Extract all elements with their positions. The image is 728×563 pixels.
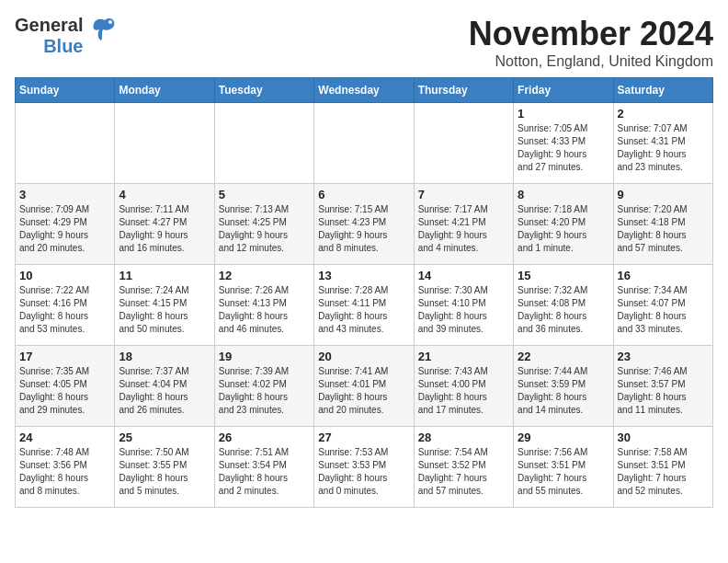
day-number: 17 bbox=[19, 350, 110, 363]
day-info: Sunrise: 7:46 AM Sunset: 3:57 PM Dayligh… bbox=[618, 365, 709, 417]
day-info: Sunrise: 7:44 AM Sunset: 3:59 PM Dayligh… bbox=[518, 365, 609, 417]
day-number: 27 bbox=[318, 431, 409, 444]
week-row-5: 24Sunrise: 7:48 AM Sunset: 3:56 PM Dayli… bbox=[16, 427, 713, 508]
day-cell: 23Sunrise: 7:46 AM Sunset: 3:57 PM Dayli… bbox=[613, 346, 712, 427]
day-info: Sunrise: 7:43 AM Sunset: 4:00 PM Dayligh… bbox=[418, 365, 509, 417]
day-cell: 7Sunrise: 7:17 AM Sunset: 4:21 PM Daylig… bbox=[414, 184, 513, 265]
header-day-sunday: Sunday bbox=[16, 78, 115, 103]
day-number: 29 bbox=[518, 431, 609, 444]
day-number: 13 bbox=[318, 269, 409, 282]
day-cell bbox=[414, 103, 513, 184]
page-header: General Blue November 2024 Notton, Engla… bbox=[15, 15, 713, 70]
day-number: 10 bbox=[19, 269, 110, 282]
day-cell: 1Sunrise: 7:05 AM Sunset: 4:33 PM Daylig… bbox=[514, 103, 613, 184]
header-day-thursday: Thursday bbox=[414, 78, 513, 103]
logo-general: General bbox=[15, 15, 83, 36]
logo: General Blue bbox=[15, 15, 121, 57]
header-day-monday: Monday bbox=[115, 78, 214, 103]
title-block: November 2024 Notton, England, United Ki… bbox=[469, 15, 713, 70]
day-cell: 15Sunrise: 7:32 AM Sunset: 4:08 PM Dayli… bbox=[514, 265, 613, 346]
day-info: Sunrise: 7:30 AM Sunset: 4:10 PM Dayligh… bbox=[418, 284, 509, 336]
day-cell: 28Sunrise: 7:54 AM Sunset: 3:52 PM Dayli… bbox=[414, 427, 513, 508]
day-number: 4 bbox=[119, 188, 210, 201]
day-info: Sunrise: 7:28 AM Sunset: 4:11 PM Dayligh… bbox=[318, 284, 409, 336]
day-cell: 2Sunrise: 7:07 AM Sunset: 4:31 PM Daylig… bbox=[613, 103, 712, 184]
day-info: Sunrise: 7:53 AM Sunset: 3:53 PM Dayligh… bbox=[318, 446, 409, 498]
day-number: 19 bbox=[219, 350, 310, 363]
day-cell: 26Sunrise: 7:51 AM Sunset: 3:54 PM Dayli… bbox=[214, 427, 313, 508]
day-cell: 5Sunrise: 7:13 AM Sunset: 4:25 PM Daylig… bbox=[214, 184, 313, 265]
header-day-wednesday: Wednesday bbox=[314, 78, 414, 103]
day-info: Sunrise: 7:17 AM Sunset: 4:21 PM Dayligh… bbox=[418, 203, 509, 255]
header-day-tuesday: Tuesday bbox=[214, 78, 313, 103]
day-info: Sunrise: 7:34 AM Sunset: 4:07 PM Dayligh… bbox=[618, 284, 709, 336]
day-cell: 13Sunrise: 7:28 AM Sunset: 4:11 PM Dayli… bbox=[314, 265, 414, 346]
day-info: Sunrise: 7:20 AM Sunset: 4:18 PM Dayligh… bbox=[618, 203, 709, 255]
day-info: Sunrise: 7:07 AM Sunset: 4:31 PM Dayligh… bbox=[618, 122, 709, 174]
day-info: Sunrise: 7:11 AM Sunset: 4:27 PM Dayligh… bbox=[119, 203, 210, 255]
day-info: Sunrise: 7:24 AM Sunset: 4:15 PM Dayligh… bbox=[119, 284, 210, 336]
day-number: 25 bbox=[119, 431, 210, 444]
day-cell: 29Sunrise: 7:56 AM Sunset: 3:51 PM Dayli… bbox=[514, 427, 613, 508]
day-cell: 30Sunrise: 7:58 AM Sunset: 3:51 PM Dayli… bbox=[613, 427, 712, 508]
day-info: Sunrise: 7:48 AM Sunset: 3:56 PM Dayligh… bbox=[19, 446, 110, 498]
header-row: SundayMondayTuesdayWednesdayThursdayFrid… bbox=[16, 78, 713, 103]
day-number: 30 bbox=[618, 431, 709, 444]
day-cell: 3Sunrise: 7:09 AM Sunset: 4:29 PM Daylig… bbox=[16, 184, 115, 265]
day-number: 11 bbox=[119, 269, 210, 282]
day-number: 21 bbox=[418, 350, 509, 363]
logo-blue: Blue bbox=[43, 36, 83, 57]
day-number: 14 bbox=[418, 269, 509, 282]
day-info: Sunrise: 7:50 AM Sunset: 3:55 PM Dayligh… bbox=[119, 446, 210, 498]
day-cell: 9Sunrise: 7:20 AM Sunset: 4:18 PM Daylig… bbox=[613, 184, 712, 265]
day-cell: 24Sunrise: 7:48 AM Sunset: 3:56 PM Dayli… bbox=[16, 427, 115, 508]
day-info: Sunrise: 7:32 AM Sunset: 4:08 PM Dayligh… bbox=[518, 284, 609, 336]
day-info: Sunrise: 7:58 AM Sunset: 3:51 PM Dayligh… bbox=[618, 446, 709, 498]
day-number: 26 bbox=[219, 431, 310, 444]
day-info: Sunrise: 7:54 AM Sunset: 3:52 PM Dayligh… bbox=[418, 446, 509, 498]
day-number: 2 bbox=[618, 107, 709, 121]
day-info: Sunrise: 7:41 AM Sunset: 4:01 PM Dayligh… bbox=[318, 365, 409, 417]
header-day-saturday: Saturday bbox=[613, 78, 712, 103]
day-number: 24 bbox=[19, 431, 110, 444]
day-cell bbox=[115, 103, 214, 184]
logo-bird-icon bbox=[88, 13, 121, 52]
week-row-3: 10Sunrise: 7:22 AM Sunset: 4:16 PM Dayli… bbox=[16, 265, 713, 346]
day-info: Sunrise: 7:51 AM Sunset: 3:54 PM Dayligh… bbox=[219, 446, 310, 498]
calendar-body: 1Sunrise: 7:05 AM Sunset: 4:33 PM Daylig… bbox=[16, 103, 713, 508]
day-number: 12 bbox=[219, 269, 310, 282]
day-info: Sunrise: 7:37 AM Sunset: 4:04 PM Dayligh… bbox=[119, 365, 210, 417]
week-row-2: 3Sunrise: 7:09 AM Sunset: 4:29 PM Daylig… bbox=[16, 184, 713, 265]
day-info: Sunrise: 7:13 AM Sunset: 4:25 PM Dayligh… bbox=[219, 203, 310, 255]
day-info: Sunrise: 7:05 AM Sunset: 4:33 PM Dayligh… bbox=[518, 122, 609, 174]
day-number: 8 bbox=[518, 188, 609, 201]
day-cell: 14Sunrise: 7:30 AM Sunset: 4:10 PM Dayli… bbox=[414, 265, 513, 346]
day-info: Sunrise: 7:15 AM Sunset: 4:23 PM Dayligh… bbox=[318, 203, 409, 255]
day-cell bbox=[214, 103, 313, 184]
day-cell: 11Sunrise: 7:24 AM Sunset: 4:15 PM Dayli… bbox=[115, 265, 214, 346]
day-cell: 8Sunrise: 7:18 AM Sunset: 4:20 PM Daylig… bbox=[514, 184, 613, 265]
day-number: 22 bbox=[518, 350, 609, 363]
day-cell bbox=[16, 103, 115, 184]
day-cell: 27Sunrise: 7:53 AM Sunset: 3:53 PM Dayli… bbox=[314, 427, 414, 508]
day-info: Sunrise: 7:39 AM Sunset: 4:02 PM Dayligh… bbox=[219, 365, 310, 417]
day-number: 15 bbox=[518, 269, 609, 282]
day-cell: 16Sunrise: 7:34 AM Sunset: 4:07 PM Dayli… bbox=[613, 265, 712, 346]
header-day-friday: Friday bbox=[514, 78, 613, 103]
day-number: 16 bbox=[618, 269, 709, 282]
day-cell: 22Sunrise: 7:44 AM Sunset: 3:59 PM Dayli… bbox=[514, 346, 613, 427]
day-number: 20 bbox=[318, 350, 409, 363]
day-number: 6 bbox=[318, 188, 409, 201]
day-cell: 6Sunrise: 7:15 AM Sunset: 4:23 PM Daylig… bbox=[314, 184, 414, 265]
day-info: Sunrise: 7:26 AM Sunset: 4:13 PM Dayligh… bbox=[219, 284, 310, 336]
calendar-header: SundayMondayTuesdayWednesdayThursdayFrid… bbox=[16, 78, 713, 103]
month-title: November 2024 bbox=[469, 15, 713, 53]
day-info: Sunrise: 7:22 AM Sunset: 4:16 PM Dayligh… bbox=[19, 284, 110, 336]
day-number: 7 bbox=[418, 188, 509, 201]
day-info: Sunrise: 7:18 AM Sunset: 4:20 PM Dayligh… bbox=[518, 203, 609, 255]
day-info: Sunrise: 7:56 AM Sunset: 3:51 PM Dayligh… bbox=[518, 446, 609, 498]
calendar-table: SundayMondayTuesdayWednesdayThursdayFrid… bbox=[15, 77, 713, 508]
day-cell: 10Sunrise: 7:22 AM Sunset: 4:16 PM Dayli… bbox=[16, 265, 115, 346]
day-cell: 12Sunrise: 7:26 AM Sunset: 4:13 PM Dayli… bbox=[214, 265, 313, 346]
day-cell: 25Sunrise: 7:50 AM Sunset: 3:55 PM Dayli… bbox=[115, 427, 214, 508]
